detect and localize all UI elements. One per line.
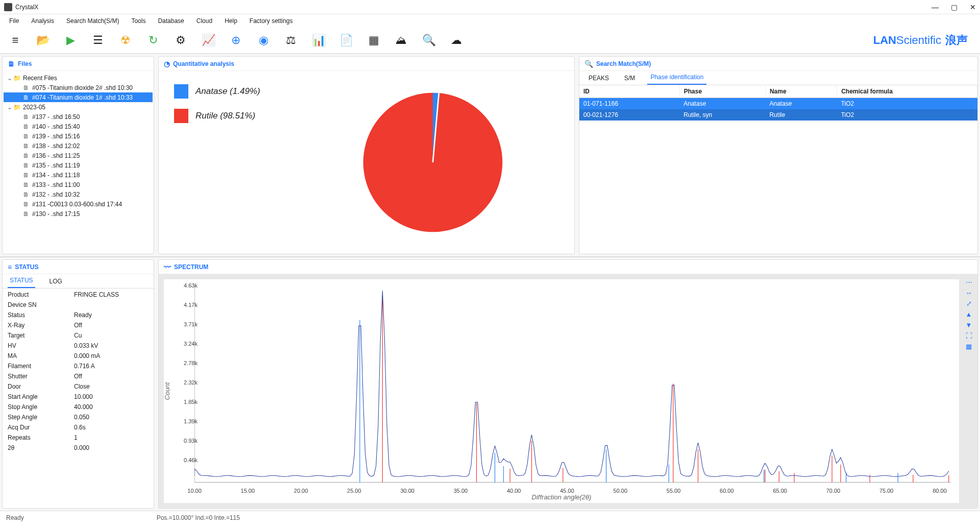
export-icon[interactable]: 📄: [337, 31, 355, 50]
status-row: Filament0.716 A: [3, 361, 154, 371]
status-title: STATUS: [15, 263, 38, 271]
file-item[interactable]: 🗎#132 - .shd 10:32: [4, 189, 153, 199]
up-icon[interactable]: ▲: [966, 310, 972, 318]
radiation-icon[interactable]: ☢: [116, 31, 135, 50]
file-item[interactable]: 🗎#133 - .shd 11:00: [4, 180, 153, 189]
expand-h-icon[interactable]: ↔: [966, 289, 972, 297]
menu-search-match-s-m-[interactable]: Search Match(S/M): [61, 16, 124, 26]
fingerprint-icon[interactable]: ◉: [254, 31, 273, 50]
menu-cloud[interactable]: Cloud: [191, 16, 217, 26]
x-axis-label: Diffraction angle(2θ): [532, 493, 592, 501]
menu-file[interactable]: File: [4, 16, 24, 26]
brand-logo: LANScientific 浪声: [873, 33, 974, 48]
status-row: Stop Angle40.000: [3, 402, 154, 412]
pie-icon: ◔: [164, 60, 170, 68]
play-icon[interactable]: ▶: [61, 31, 80, 50]
toolbar: ≡📂▶☰☢↻⚙📈⊕◉⚖📊📄▦⛰🔍☁ LANScientific 浪声: [0, 28, 980, 54]
tab-peaks[interactable]: PEAKS: [585, 73, 612, 85]
file-item[interactable]: 🗎#131 -C0013 0.03-600.shd 17:44: [4, 199, 153, 209]
database-cloud-icon[interactable]: ☁: [447, 31, 465, 50]
search-title: Search Match(S/M): [596, 60, 651, 67]
app-icon: [4, 3, 12, 11]
status-row: ShutterOff: [3, 371, 154, 381]
status-row: StatusReady: [3, 310, 154, 320]
file-item[interactable]: 🗎#134 - .shd 11:18: [4, 170, 153, 180]
refresh-icon[interactable]: ↻: [144, 31, 162, 50]
menu-icon[interactable]: ≡: [6, 31, 24, 50]
legend-item: Anatase (1.49%): [174, 84, 307, 99]
menubar: FileAnalysisSearch Match(S/M)ToolsDataba…: [0, 14, 980, 28]
tab-log[interactable]: LOG: [47, 276, 64, 288]
menu-analysis[interactable]: Analysis: [26, 16, 59, 26]
status-row: 2θ0.000: [3, 443, 154, 453]
file-item[interactable]: 🗎#074 -Titanium dioxide 1# .shd 10:33: [4, 92, 153, 102]
chart-icon[interactable]: 📈: [199, 31, 217, 50]
files-title: Files: [18, 60, 32, 67]
status-row: DoorClose: [3, 381, 154, 392]
status-row: Step Angle0.050: [3, 412, 154, 422]
target-icon[interactable]: ⊕: [227, 31, 245, 50]
down-icon[interactable]: ▼: [966, 321, 972, 329]
status-icon: ≡: [8, 263, 12, 271]
y-axis-label: Count: [163, 382, 171, 400]
status-row: X-RayOff: [3, 320, 154, 330]
quant-title: Quantitative analysis: [173, 60, 234, 67]
grid-icon[interactable]: ▦: [966, 343, 972, 350]
phase-table: IDPhaseNameChemical formula 01-071-1166A…: [579, 85, 977, 121]
folder-item[interactable]: ⌄📁2023-05: [4, 102, 153, 112]
spectrum-chart[interactable]: Count Diffraction angle(2θ) 0.46k0.93k1.…: [164, 279, 959, 503]
pie-chart: [307, 81, 559, 244]
status-row: MA0.000 mA: [3, 351, 154, 361]
menu-help[interactable]: Help: [219, 16, 242, 26]
titlebar: CrystalX — ▢ ✕: [0, 0, 980, 14]
search-tabs: PEAKSS/MPhase identification: [579, 71, 977, 85]
spectrum-tools: ⋯ ↔ ⤢ ▲ ▼ ⛶ ▦: [962, 276, 975, 506]
open-icon[interactable]: 📂: [34, 31, 52, 50]
scale-icon[interactable]: ⚖: [282, 31, 300, 50]
flag-icon[interactable]: ⛰: [392, 31, 410, 50]
status-row: Repeats1: [3, 433, 154, 443]
menu-tools[interactable]: Tools: [126, 16, 151, 26]
folder-item[interactable]: ⌄📁Recent Files: [4, 73, 153, 83]
file-item[interactable]: 🗎#075 -Titanium dioxide 2# .shd 10:30: [4, 83, 153, 92]
menu-factory-settings[interactable]: Factory settings: [244, 16, 298, 26]
status-row: TargetCu: [3, 330, 154, 341]
file-item[interactable]: 🗎#135 - .shd 11:19: [4, 160, 153, 170]
list-icon[interactable]: ☰: [89, 31, 107, 50]
minimize-button[interactable]: —: [932, 3, 939, 11]
plot-icon[interactable]: 📊: [309, 31, 328, 50]
menu-database[interactable]: Database: [153, 16, 189, 26]
expand-icon[interactable]: ⤢: [966, 300, 972, 307]
spectrum-icon: 〰: [164, 263, 171, 271]
table-row[interactable]: 00-021-1276Rutile, synRutileTiO2: [579, 109, 977, 121]
zoom-icon[interactable]: 🔍: [420, 31, 438, 50]
status-row: ProductFRINGE CLASS: [3, 290, 154, 300]
statusbar: Ready Pos.=10.000° Ind.=0 Inte.=115: [0, 511, 980, 524]
quantitative-panel: ◔ Quantitative analysis Anatase (1.49%)R…: [158, 56, 575, 254]
file-item[interactable]: 🗎#130 - .shd 17:15: [4, 209, 153, 219]
gear-icon[interactable]: ⚙: [172, 31, 190, 50]
file-tree[interactable]: ⌄📁Recent Files🗎#075 -Titanium dioxide 2#…: [3, 71, 154, 254]
maximize-button[interactable]: ▢: [951, 3, 958, 11]
grid-icon[interactable]: ▦: [364, 31, 383, 50]
status-right: Pos.=10.000° Ind.=0 Inte.=115: [157, 514, 240, 521]
file-item[interactable]: 🗎#136 - .shd 11:25: [4, 151, 153, 160]
app-title: CrystalX: [15, 4, 38, 11]
status-row: Start Angle10.000: [3, 392, 154, 402]
status-row: Acq Dur0.6s: [3, 422, 154, 433]
file-item[interactable]: 🗎#138 - .shd 12:02: [4, 141, 153, 151]
file-item[interactable]: 🗎#137 - .shd 16:50: [4, 112, 153, 122]
file-item[interactable]: 🗎#140 - .shd 15:40: [4, 122, 153, 131]
fullscreen-icon[interactable]: ⛶: [966, 332, 972, 340]
legend-item: Rutile (98.51%): [174, 109, 307, 123]
files-panel: 🗎 Files ⌄📁Recent Files🗎#075 -Titanium di…: [2, 56, 154, 254]
tab-phase-identification[interactable]: Phase identification: [647, 71, 706, 85]
file-item[interactable]: 🗎#139 - .shd 15:16: [4, 131, 153, 141]
tab-s-m[interactable]: S/M: [621, 73, 638, 85]
table-row[interactable]: 01-071-1166AnataseAnataseTiO2: [579, 98, 977, 110]
more-icon[interactable]: ⋯: [966, 278, 972, 286]
files-icon: 🗎: [8, 60, 15, 68]
spectrum-panel: 〰 SPECTRUM Count Diffraction angle(2θ) 0…: [158, 259, 978, 509]
tab-status[interactable]: STATUS: [8, 275, 35, 288]
close-button[interactable]: ✕: [970, 3, 976, 11]
